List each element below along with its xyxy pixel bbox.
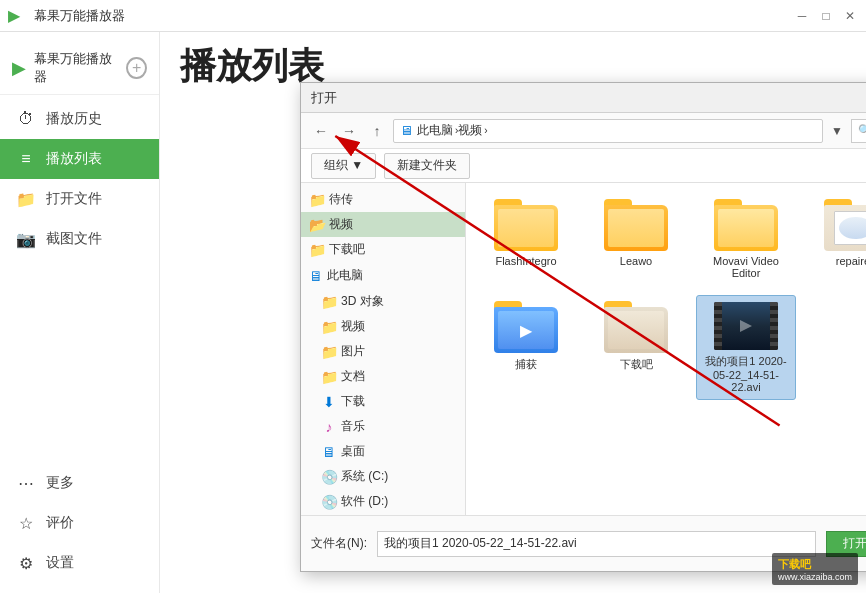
title-bar-text: 幕果万能播放器 (34, 7, 125, 25)
tree-item-videos[interactable]: 📂 视频 (301, 212, 465, 237)
sidebar-item-history[interactable]: ⏱ 播放历史 (0, 99, 159, 139)
tree-item-videos-label: 视频 (329, 216, 353, 233)
maximize-button[interactable]: □ (818, 8, 834, 24)
video-thumbnail (714, 302, 778, 350)
tree-item-desktop-label: 桌面 (341, 443, 365, 460)
folder-special-icon: 📁 (309, 242, 325, 258)
address-pc-label: 此电脑 (417, 122, 453, 139)
tree-item-xiazaiba[interactable]: 📁 下载吧 (301, 237, 465, 262)
tree-item-drive-c[interactable]: 💿 系统 (C:) (301, 464, 465, 489)
sidebar-item-screenshot[interactable]: 📷 截图文件 (0, 219, 159, 259)
file-item-leawo[interactable]: Leawo (586, 193, 686, 285)
file-grid-panel: FlashIntegro Leawo (466, 183, 866, 515)
folder-repaired-icon (824, 199, 866, 251)
folder-doc-icon: 📁 (321, 369, 337, 385)
folder-pic-icon: 📁 (321, 344, 337, 360)
search-box[interactable]: 🔍 (851, 119, 866, 143)
tree-item-downloads[interactable]: ⬇ 下载 (301, 389, 465, 414)
file-leawo-label: Leawo (620, 255, 652, 267)
sidebar-item-open-label: 打开文件 (46, 190, 102, 208)
address-dropdown-button[interactable]: ▼ (827, 119, 847, 143)
folder-movavi-icon (714, 199, 778, 251)
tree-item-3d[interactable]: 📁 3D 对象 (301, 289, 465, 314)
open-file-icon: 📁 (16, 189, 36, 209)
sidebar-item-more-label: 更多 (46, 474, 74, 492)
film-strip-right (770, 302, 778, 350)
tree-item-music[interactable]: ♪ 音乐 (301, 414, 465, 439)
sidebar-bottom: ⋯ 更多 ☆ 评价 ⚙ 设置 (0, 463, 159, 583)
more-icon: ⋯ (16, 473, 36, 493)
watermark-text: 下载吧 (778, 558, 811, 570)
file-item-movavi[interactable]: Movavi Video Editor (696, 193, 796, 285)
sidebar-add-button[interactable]: + (126, 57, 147, 79)
tree-item-downloads-label: 下载 (341, 393, 365, 410)
tree-section-pc[interactable]: 🖥 此电脑 (301, 262, 465, 289)
folder-leawo-icon (604, 199, 668, 251)
folder-dl-icon: ⬇ (321, 394, 337, 410)
folder-flash-icon (494, 199, 558, 251)
disk-d-icon: 💿 (321, 494, 337, 510)
address-bar[interactable]: 🖥 此电脑 › 视频 › (393, 119, 823, 143)
file-dialog: 打开 ← → ↑ 🖥 此电脑 › 视频 (300, 82, 866, 572)
file-item-repaired[interactable]: repaired (806, 193, 866, 285)
folder-open-icon: 📂 (309, 217, 325, 233)
file-item-download[interactable]: 下载吧 (586, 295, 686, 400)
file-capture-label: 捕获 (515, 357, 537, 372)
address-pc-icon: 🖥 (400, 123, 413, 138)
sidebar-item-open[interactable]: 📁 打开文件 (0, 179, 159, 219)
address-segment-pc: 此电脑 › (417, 122, 458, 139)
tree-item-3d-label: 3D 对象 (341, 293, 384, 310)
video-thumb-image (722, 302, 770, 350)
dialog-title-bar: 打开 (301, 83, 866, 113)
folder-3d-icon: 📁 (321, 294, 337, 310)
disk-c-icon: 💿 (321, 469, 337, 485)
nav-up-button[interactable]: ↑ (365, 119, 389, 143)
dialog-toolbar: ← → ↑ 🖥 此电脑 › 视频 › (301, 113, 866, 149)
sidebar-item-history-label: 播放历史 (46, 110, 102, 128)
tree-item-desktop[interactable]: 🖥 桌面 (301, 439, 465, 464)
main-content: 播放列表 打开 ← → ↑ 🖥 此电脑 (160, 32, 866, 593)
sidebar-item-settings-label: 设置 (46, 554, 74, 572)
sidebar-item-settings[interactable]: ⚙ 设置 (0, 543, 159, 583)
tree-item-pictures-label: 图片 (341, 343, 365, 360)
minimize-button[interactable]: ─ (794, 8, 810, 24)
tree-item-drive-d[interactable]: 💿 软件 (D:) (301, 489, 465, 514)
tree-item-pictures[interactable]: 📁 图片 (301, 339, 465, 364)
file-repaired-label: repaired (836, 255, 866, 267)
new-folder-button[interactable]: 新建文件夹 (384, 153, 470, 179)
folder-music-icon: ♪ (321, 419, 337, 435)
watermark: 下载吧 www.xiazaiba.com (772, 553, 858, 585)
tree-item-xiazaiba-label: 下载吧 (329, 241, 365, 258)
file-item-flash[interactable]: FlashIntegro (476, 193, 576, 285)
tree-item-videos2[interactable]: 📁 视频 (301, 314, 465, 339)
address-chevron-2: › (484, 125, 487, 136)
file-item-capture[interactable]: ▶ 捕获 (476, 295, 576, 400)
nav-forward-button[interactable]: → (337, 119, 361, 143)
organize-button[interactable]: 组织 ▼ (311, 153, 376, 179)
tree-item-documents[interactable]: 📁 文档 (301, 364, 465, 389)
nav-back-button[interactable]: ← (309, 119, 333, 143)
sidebar-item-review[interactable]: ☆ 评价 (0, 503, 159, 543)
folder-desktop-icon: 🖥 (321, 444, 337, 460)
tree-item-music-label: 音乐 (341, 418, 365, 435)
app-body: ▶ 幕果万能播放器 + ⏱ 播放历史 ≡ 播放列表 📁 打开文件 📷 (0, 32, 866, 593)
tree-panel: 📁 待传 📂 视频 📁 下载吧 🖥 (301, 183, 466, 515)
tree-item-videos2-label: 视频 (341, 318, 365, 335)
tree-item-daichuan-label: 待传 (329, 191, 353, 208)
file-item-video[interactable]: 我的项目1 2020-05-22_14-51-22.avi (696, 295, 796, 400)
filename-input[interactable] (377, 531, 816, 557)
sidebar-top: ▶ 幕果万能播放器 + (0, 42, 159, 95)
sidebar-item-playlist[interactable]: ≡ 播放列表 (0, 139, 159, 179)
screenshot-icon: 📷 (16, 229, 36, 249)
history-icon: ⏱ (16, 109, 36, 129)
tree-item-daichuan[interactable]: 📁 待传 (301, 187, 465, 212)
close-button[interactable]: ✕ (842, 8, 858, 24)
sidebar-item-more[interactable]: ⋯ 更多 (0, 463, 159, 503)
file-video-label: 我的项目1 2020-05-22_14-51-22.avi (703, 354, 789, 393)
folder-icon: 📁 (309, 192, 325, 208)
sidebar-logo-icon: ▶ (12, 57, 26, 79)
folder-download-icon (604, 301, 668, 353)
folder-video-icon: 📁 (321, 319, 337, 335)
address-videos-label: 视频 (458, 122, 482, 139)
file-movavi-label: Movavi Video Editor (702, 255, 790, 279)
